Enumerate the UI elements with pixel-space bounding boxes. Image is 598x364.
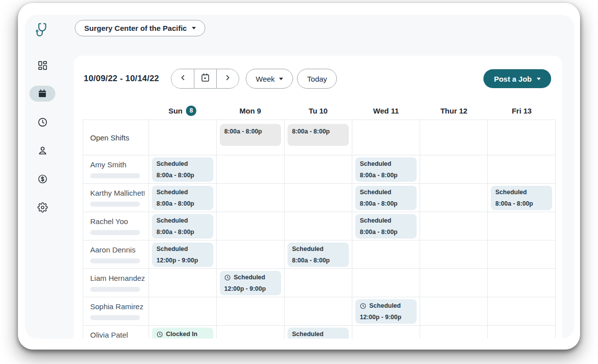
shift-cell[interactable] bbox=[420, 120, 488, 155]
shift-time: 8:00a - 8:00p bbox=[360, 172, 412, 179]
shift-cell[interactable] bbox=[285, 269, 352, 297]
shift-status: Scheduled bbox=[156, 189, 188, 196]
shift-card[interactable]: Scheduled8:00a - 8:00p bbox=[152, 186, 213, 210]
shift-card[interactable]: Scheduled8:00a - 8:00p bbox=[152, 157, 213, 182]
shift-cell[interactable] bbox=[149, 120, 217, 155]
shift-time: 8:00a - 8:00p bbox=[224, 128, 277, 135]
sidebar-item-settings[interactable] bbox=[29, 199, 55, 215]
shift-status: Scheduled bbox=[495, 189, 527, 196]
chevron-down-icon bbox=[192, 27, 196, 29]
shift-card[interactable]: 8:00a - 8:00p bbox=[220, 124, 281, 146]
shift-cell[interactable] bbox=[420, 184, 488, 212]
today-button[interactable]: Today bbox=[297, 69, 337, 89]
shift-cell[interactable] bbox=[420, 241, 488, 269]
shift-cell[interactable] bbox=[488, 120, 556, 155]
row-label-cell: Open Shifts bbox=[83, 120, 149, 155]
shift-cell[interactable]: 8:00a - 8:00p bbox=[217, 120, 285, 155]
schedule-grid: Sun8Mon 9Tu 10Wed 11Thur 12Fri 13 Open S… bbox=[83, 102, 556, 339]
shift-card[interactable]: Scheduled8:00a - 8:00p bbox=[152, 214, 213, 239]
sidebar-item-payments[interactable] bbox=[29, 171, 55, 187]
shift-cell[interactable] bbox=[488, 297, 556, 326]
shift-cell[interactable] bbox=[217, 212, 285, 241]
shift-cell[interactable] bbox=[217, 241, 285, 269]
row-label-cell: Rachel Yoo bbox=[83, 212, 149, 241]
shift-cell[interactable]: Scheduled12:00p - 9:00p bbox=[352, 297, 420, 326]
shift-cell[interactable] bbox=[352, 326, 420, 339]
organization-selector[interactable]: Surgery Center of the Pacific bbox=[75, 20, 205, 36]
shift-cell[interactable]: Scheduled bbox=[285, 326, 352, 339]
shift-cell[interactable] bbox=[352, 241, 420, 269]
shift-card[interactable]: Scheduled12:00p - 9:00p bbox=[220, 271, 281, 295]
shift-cell[interactable] bbox=[217, 155, 285, 184]
shift-card[interactable]: Scheduled12:00p - 9:00p bbox=[152, 243, 213, 267]
shift-cell[interactable]: Scheduled8:00a - 8:00p bbox=[149, 212, 217, 241]
shift-cell[interactable] bbox=[420, 326, 488, 339]
shift-status: Scheduled bbox=[360, 189, 391, 196]
view-selector[interactable]: Week bbox=[246, 69, 293, 89]
shift-cell[interactable]: Scheduled8:00a - 8:00p bbox=[149, 184, 217, 212]
shift-status: Scheduled bbox=[292, 245, 323, 252]
shift-cell[interactable] bbox=[420, 297, 488, 326]
sidebar-nav bbox=[29, 57, 55, 215]
shift-cell[interactable] bbox=[420, 212, 488, 241]
shift-cell[interactable]: Scheduled8:00a - 8:00p bbox=[149, 155, 217, 184]
shift-cell[interactable] bbox=[420, 155, 488, 184]
shift-card[interactable]: Scheduled bbox=[288, 328, 349, 339]
shift-card[interactable]: Scheduled12:00p - 9:00p bbox=[355, 299, 417, 324]
shift-cell[interactable] bbox=[285, 212, 352, 241]
shift-status-line: Scheduled bbox=[156, 245, 209, 252]
shift-cell[interactable] bbox=[217, 184, 285, 212]
shift-cell[interactable]: Scheduled8:00a - 8:00p bbox=[352, 184, 420, 212]
day-header: Tu 10 bbox=[284, 102, 352, 120]
day-label: Fri 13 bbox=[512, 107, 532, 115]
shift-card[interactable]: Scheduled8:00a - 8:00p bbox=[355, 186, 417, 210]
day-header: Thur 12 bbox=[420, 102, 488, 120]
shift-card[interactable]: Scheduled8:00a - 8:00p bbox=[288, 243, 349, 267]
shift-cell[interactable] bbox=[420, 269, 488, 297]
shift-cell[interactable]: Clocked In bbox=[149, 326, 217, 339]
shift-cell[interactable] bbox=[488, 212, 556, 241]
shift-card[interactable]: Scheduled8:00a - 8:00p bbox=[491, 186, 552, 210]
shift-cell[interactable] bbox=[488, 155, 556, 184]
shift-card[interactable]: 8:00a - 8:00p bbox=[288, 124, 349, 146]
shift-cell[interactable] bbox=[488, 241, 556, 269]
shift-cell[interactable]: Scheduled12:00p - 9:00p bbox=[149, 241, 217, 269]
shift-cell[interactable] bbox=[488, 326, 556, 339]
row-label-cell: Aaron Dennis bbox=[83, 241, 149, 269]
shift-cell[interactable] bbox=[488, 269, 556, 297]
shift-card[interactable]: Clocked In bbox=[152, 328, 213, 339]
post-a-job-button[interactable]: Post a Job bbox=[483, 69, 551, 88]
shift-cell[interactable] bbox=[217, 326, 285, 339]
day-label: Mon 9 bbox=[240, 107, 261, 115]
shift-cell[interactable]: Scheduled8:00a - 8:00p bbox=[285, 241, 352, 269]
shift-cell[interactable]: 8:00a - 8:00p bbox=[285, 120, 352, 155]
shift-card[interactable]: Scheduled8:00a - 8:00p bbox=[355, 214, 417, 239]
shift-card[interactable]: Scheduled8:00a - 8:00p bbox=[355, 157, 417, 182]
day-label: Wed 11 bbox=[373, 107, 399, 115]
shift-cell[interactable]: Scheduled8:00a - 8:00p bbox=[352, 155, 420, 184]
sidebar-item-staff[interactable] bbox=[29, 142, 55, 158]
sidebar-item-schedule[interactable] bbox=[29, 86, 55, 102]
shift-cell[interactable] bbox=[149, 269, 217, 297]
shift-status-line: Scheduled bbox=[156, 217, 209, 224]
shift-cell[interactable] bbox=[217, 297, 285, 326]
row-label-cell: Sophia Ramirez bbox=[83, 297, 149, 326]
shift-cell[interactable]: Scheduled8:00a - 8:00p bbox=[488, 184, 556, 212]
shift-time: 8:00a - 8:00p bbox=[360, 200, 412, 207]
shift-cell[interactable]: Scheduled8:00a - 8:00p bbox=[352, 212, 420, 241]
next-week-button[interactable] bbox=[216, 69, 239, 88]
sidebar-item-dashboard[interactable] bbox=[29, 57, 55, 73]
sidebar-item-timeclock[interactable] bbox=[29, 114, 55, 130]
shift-cell[interactable] bbox=[285, 184, 352, 212]
shift-cell[interactable] bbox=[149, 297, 217, 326]
shift-cell[interactable] bbox=[352, 120, 420, 155]
employee-name: Karthy Mallichetty bbox=[90, 189, 145, 197]
shift-cell[interactable]: Scheduled12:00p - 9:00p bbox=[217, 269, 285, 297]
shift-cell[interactable] bbox=[285, 297, 352, 326]
toolbar: 10/09/22 - 10/14/22 bbox=[84, 69, 551, 89]
date-picker-button[interactable] bbox=[194, 69, 216, 88]
shift-status: Scheduled bbox=[360, 160, 391, 167]
prev-week-button[interactable] bbox=[171, 69, 194, 88]
shift-cell[interactable] bbox=[352, 269, 420, 297]
shift-cell[interactable] bbox=[285, 155, 352, 184]
